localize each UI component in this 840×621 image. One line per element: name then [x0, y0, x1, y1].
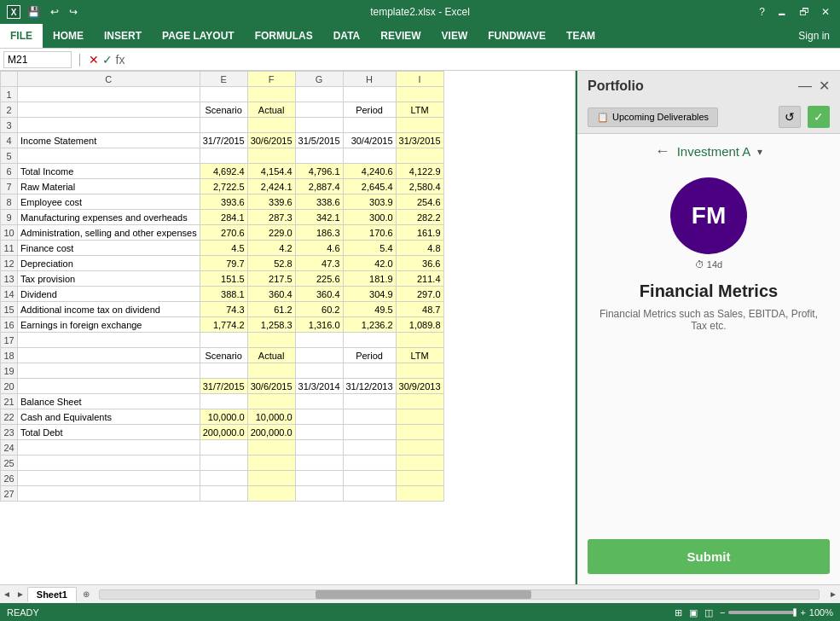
cell-i22[interactable]: [396, 409, 443, 425]
cell-i1[interactable]: [396, 87, 443, 102]
tab-insert[interactable]: INSERT: [94, 24, 152, 48]
cell-e13[interactable]: 151.5: [200, 271, 247, 287]
tab-formulas[interactable]: FORMULAS: [245, 24, 323, 48]
cell-c4[interactable]: Income Statement: [18, 133, 200, 148]
cell-f11[interactable]: 4.2: [247, 241, 295, 256]
minimize-button[interactable]: 🗕: [773, 4, 791, 20]
cell-e14[interactable]: 388.1: [200, 287, 247, 302]
tab-review[interactable]: REVIEW: [370, 24, 431, 48]
deliverables-button[interactable]: 📋 Upcoming Deliverables: [588, 107, 718, 127]
cell-g6[interactable]: 4,796.1: [295, 164, 343, 179]
cell-c14[interactable]: Dividend: [18, 287, 200, 302]
cell-c19[interactable]: [18, 363, 200, 379]
cell-e19[interactable]: [200, 363, 247, 379]
cell-c23[interactable]: Total Debt: [18, 425, 200, 440]
cell-f18[interactable]: Actual: [247, 348, 295, 363]
cell-i19[interactable]: [396, 363, 443, 379]
cell-i14[interactable]: 297.0: [396, 287, 443, 302]
cell-g9[interactable]: 342.1: [295, 210, 343, 225]
cell-e20[interactable]: 31/7/2015: [200, 379, 247, 394]
cell-c3[interactable]: [18, 118, 200, 133]
tab-view[interactable]: VIEW: [432, 24, 478, 48]
cell-f21[interactable]: [247, 394, 295, 409]
col-header-i[interactable]: I: [396, 72, 443, 87]
cell-i2[interactable]: LTM: [396, 102, 443, 118]
cell-c8[interactable]: Employee cost: [18, 194, 200, 210]
cell-h3[interactable]: [343, 118, 396, 133]
cell-c16[interactable]: Earnings in foreign exchange: [18, 317, 200, 333]
cell-f13[interactable]: 217.5: [247, 271, 295, 287]
cell-i6[interactable]: 4,122.9: [396, 164, 443, 179]
tab-home[interactable]: HOME: [43, 24, 94, 48]
cell-i21[interactable]: [396, 394, 443, 409]
cell-g10[interactable]: 186.3: [295, 225, 343, 241]
col-header-g[interactable]: G: [295, 72, 343, 87]
cell-i9[interactable]: 282.2: [396, 210, 443, 225]
signin-link[interactable]: Sign in: [788, 30, 840, 42]
help-button[interactable]: ?: [756, 4, 768, 20]
cell-c11[interactable]: Finance cost: [18, 241, 200, 256]
cell-h14[interactable]: 304.9: [343, 287, 396, 302]
cell-e2[interactable]: Scenario: [200, 102, 247, 118]
cell-g22[interactable]: [295, 409, 343, 425]
cell-e17[interactable]: [200, 333, 247, 348]
cell-i20[interactable]: 30/9/2013: [396, 379, 443, 394]
cell-i5[interactable]: [396, 148, 443, 164]
cell-i3[interactable]: [396, 118, 443, 133]
cell-c7[interactable]: Raw Material: [18, 179, 200, 194]
cell-f12[interactable]: 52.8: [247, 256, 295, 271]
cell-g12[interactable]: 47.3: [295, 256, 343, 271]
cell-c2[interactable]: [18, 102, 200, 118]
cell-f3[interactable]: [247, 118, 295, 133]
preview-icon[interactable]: ◫: [704, 607, 713, 618]
close-button[interactable]: ✕: [818, 4, 833, 20]
cell-g17[interactable]: [295, 333, 343, 348]
maximize-button[interactable]: 🗗: [796, 4, 813, 20]
cell-g7[interactable]: 2,887.4: [295, 179, 343, 194]
cell-g8[interactable]: 338.6: [295, 194, 343, 210]
cell-h21[interactable]: [343, 394, 396, 409]
cell-e6[interactable]: 4,692.4: [200, 164, 247, 179]
cell-h2[interactable]: Period: [343, 102, 396, 118]
prev-investment-icon[interactable]: ←: [655, 142, 670, 160]
cell-f2[interactable]: Actual: [247, 102, 295, 118]
col-header-e[interactable]: E: [200, 72, 247, 87]
cell-e18[interactable]: Scenario: [200, 348, 247, 363]
cell-g11[interactable]: 4.6: [295, 241, 343, 256]
cell-g15[interactable]: 60.2: [295, 302, 343, 317]
cell-i10[interactable]: 161.9: [396, 225, 443, 241]
cell-g3[interactable]: [295, 118, 343, 133]
cell-g4[interactable]: 31/5/2015: [295, 133, 343, 148]
tab-fundwave[interactable]: FUNDWAVE: [478, 24, 556, 48]
cell-c1[interactable]: [18, 87, 200, 102]
cell-f16[interactable]: 1,258.3: [247, 317, 295, 333]
cell-g16[interactable]: 1,316.0: [295, 317, 343, 333]
cell-i11[interactable]: 4.8: [396, 241, 443, 256]
cell-g21[interactable]: [295, 394, 343, 409]
cell-c18[interactable]: [18, 348, 200, 363]
cell-h22[interactable]: [343, 409, 396, 425]
cell-h23[interactable]: [343, 425, 396, 440]
cell-h5[interactable]: [343, 148, 396, 164]
cell-f15[interactable]: 61.2: [247, 302, 295, 317]
cell-f14[interactable]: 360.4: [247, 287, 295, 302]
cell-c5[interactable]: [18, 148, 200, 164]
cell-c12[interactable]: Depreciation: [18, 256, 200, 271]
add-sheet-icon[interactable]: ⊕: [80, 589, 92, 599]
cell-g18[interactable]: [295, 348, 343, 363]
col-header-h[interactable]: H: [343, 72, 396, 87]
cell-c20[interactable]: [18, 379, 200, 394]
cell-reference[interactable]: [3, 51, 72, 68]
cell-e15[interactable]: 74.3: [200, 302, 247, 317]
cell-h13[interactable]: 181.9: [343, 271, 396, 287]
save-button[interactable]: 💾: [24, 4, 43, 20]
cell-h4[interactable]: 30/4/2015: [343, 133, 396, 148]
cell-g13[interactable]: 225.6: [295, 271, 343, 287]
cell-h11[interactable]: 5.4: [343, 241, 396, 256]
cell-e10[interactable]: 270.6: [200, 225, 247, 241]
cell-g23[interactable]: [295, 425, 343, 440]
cell-c21[interactable]: Balance Sheet: [18, 394, 200, 409]
cell-h17[interactable]: [343, 333, 396, 348]
submit-button[interactable]: Submit: [588, 539, 830, 574]
cell-e11[interactable]: 4.5: [200, 241, 247, 256]
